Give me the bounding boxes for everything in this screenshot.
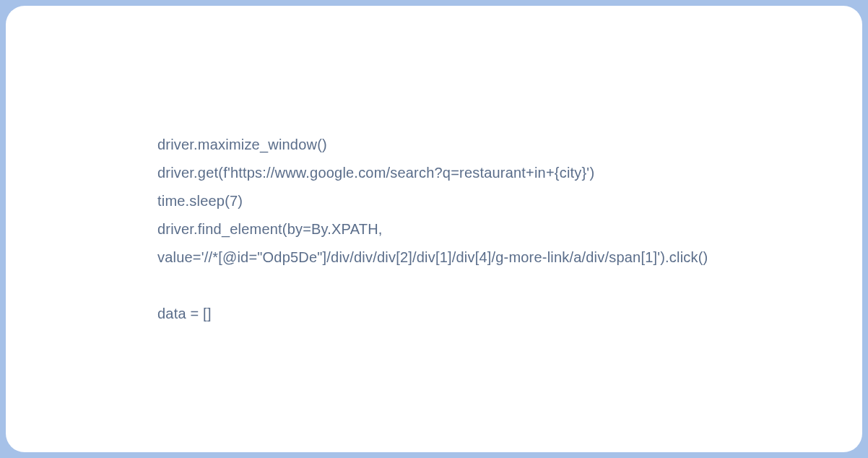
code-card: driver.maximize_window() driver.get(f'ht… bbox=[6, 6, 862, 452]
code-line-6: data = [] bbox=[157, 300, 711, 328]
code-line-1: driver.maximize_window() bbox=[157, 131, 711, 159]
code-line-5: value='//*[@id="Odp5De"]/div/div/div[2]/… bbox=[157, 243, 711, 272]
code-line-4: driver.find_element(by=By.XPATH, bbox=[157, 215, 711, 243]
code-block: driver.maximize_window() driver.get(f'ht… bbox=[157, 131, 711, 328]
code-line-3: time.sleep(7) bbox=[157, 187, 711, 215]
blank-line bbox=[157, 272, 711, 300]
code-line-2: driver.get(f'https://www.google.com/sear… bbox=[157, 159, 711, 187]
